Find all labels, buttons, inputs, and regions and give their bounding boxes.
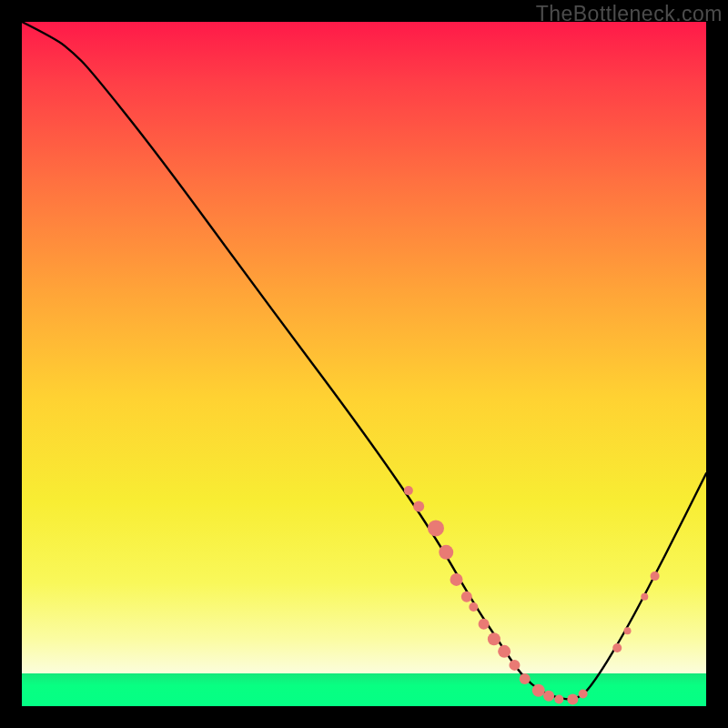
marker-dot (612, 643, 622, 652)
watermark-text: TheBottleneck.com (536, 2, 723, 26)
marker-dot (404, 486, 413, 495)
marker-dot (469, 602, 478, 612)
marker-dot (543, 691, 554, 702)
marker-dot (532, 684, 545, 697)
marker-dot (641, 593, 648, 601)
chart-frame: TheBottleneck.com (0, 0, 728, 728)
marker-dot (651, 571, 660, 581)
marker-dot (579, 689, 588, 698)
marker-dot (520, 673, 531, 684)
marker-dot (413, 500, 424, 511)
marker-dot (479, 619, 490, 630)
marker-dot (428, 520, 444, 536)
marker-dot (450, 573, 463, 586)
marker-group (404, 486, 660, 704)
marker-dot (498, 645, 511, 658)
marker-dot (554, 694, 563, 703)
marker-dot (461, 592, 472, 602)
marker-dot (624, 627, 632, 634)
marker-dot (567, 693, 578, 704)
plot-area (22, 22, 706, 706)
marker-dot (439, 545, 453, 560)
marker-dot (509, 660, 520, 671)
marker-dot (488, 632, 500, 645)
dots-svg (22, 22, 706, 706)
